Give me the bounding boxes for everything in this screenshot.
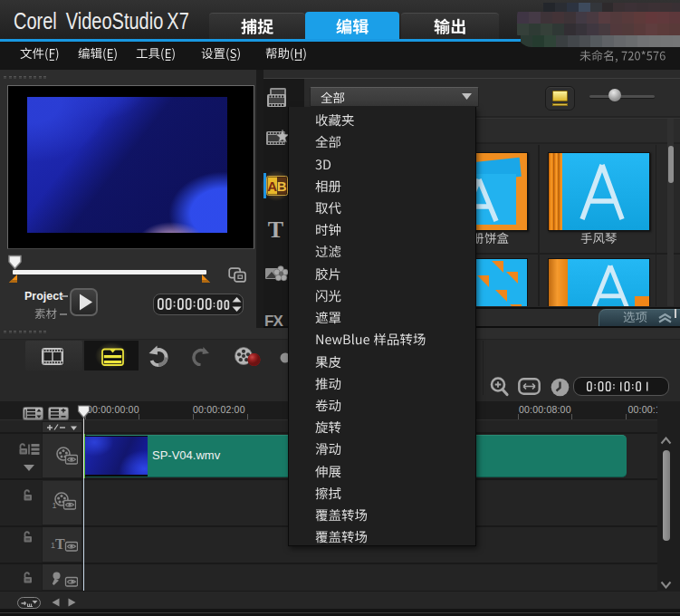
svg-text:T: T bbox=[55, 536, 65, 552]
svg-text:B: B bbox=[277, 178, 287, 194]
svg-text:T: T bbox=[268, 219, 283, 240]
svg-text:A: A bbox=[267, 178, 277, 194]
